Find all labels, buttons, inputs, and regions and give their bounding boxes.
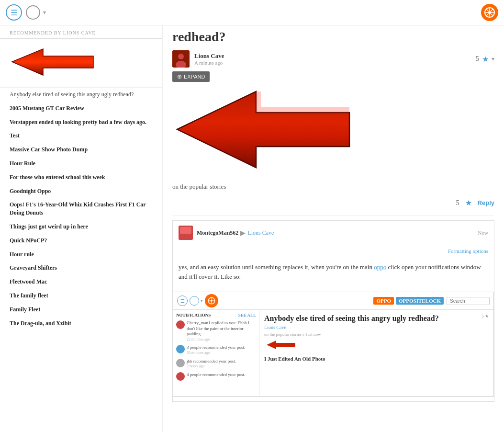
sidebar-item-12[interactable]: Graveyard Shifters [0, 261, 162, 275]
sidebar: RECOMMENDED BY LIONS CAVE Anybody else t… [0, 25, 163, 432]
inner-notif-avatar-1 [176, 345, 185, 353]
sidebar-item-5[interactable]: Hour Rule [0, 157, 162, 171]
sidebar-item-2[interactable]: Verstappen ended up looking pretty bad a… [0, 115, 162, 129]
sidebar-item-10[interactable]: Quick NPoCP? [0, 234, 162, 248]
top-nav-bar: ☰ ▾ [0, 0, 504, 25]
inner-notif-item-1: 3 people recommended your post. 55 minut… [176, 345, 256, 355]
sidebar-item-3[interactable]: Test [0, 129, 162, 143]
inner-notif-content-1: 3 people recommended your post. 55 minut… [187, 345, 245, 355]
expand-button[interactable]: EXPAND [172, 71, 210, 82]
formatting-options-button[interactable]: Formatting options [442, 245, 494, 257]
big-red-arrow-svg [172, 88, 359, 171]
sidebar-item-0[interactable]: Anybody else tired of seeing this angry … [0, 88, 162, 102]
sidebar-item-4[interactable]: Massive Car Show Photo Dump [0, 143, 162, 157]
notifications-icon[interactable] [26, 5, 40, 20]
reply-block: MontegoMan562 ▶ Lions Cave Now Formattin… [172, 220, 494, 402]
inner-notif-header: NOTIFICATIONS SEE ALL [176, 313, 256, 318]
comment-footer: 5 ★ Reply [172, 198, 494, 207]
recommended-label: RECOMMENDED BY LIONS CAVE [0, 25, 162, 39]
inner-search-input[interactable] [447, 297, 490, 305]
oppo-wheel-icon[interactable] [481, 4, 498, 21]
inner-wheel-svg [207, 296, 216, 305]
comment-header: Lions Cave A minute ago 5 ★ ▾ [172, 50, 494, 68]
inner-oppo-logo: OPPO OPPOSITELOCK [373, 297, 444, 305]
inner-see-all-button[interactable]: SEE ALL [238, 313, 256, 318]
inner-wheel-icon [205, 294, 218, 307]
inner-menu-icon: ☰ [177, 296, 188, 306]
sidebar-item-9[interactable]: Things just got weird up in here [0, 220, 162, 234]
svg-line-7 [491, 14, 493, 16]
svg-line-9 [486, 14, 489, 16]
reply-avatar-svg [179, 226, 193, 240]
inner-notif-circle [190, 296, 199, 306]
inner-body: NOTIFICATIONS SEE ALL Cherry_man1 replie… [173, 310, 493, 396]
wheel-svg [484, 7, 495, 18]
star-icon[interactable]: ★ [482, 55, 489, 64]
nav-dropdown-arrow[interactable]: ▾ [43, 9, 46, 16]
big-arrow-container [172, 88, 494, 173]
svg-marker-15 [256, 91, 349, 113]
sidebar-item-8[interactable]: Oops! F1's 16-Year-Old Whiz Kid Crashes … [0, 198, 162, 220]
reply-to-user[interactable]: Lions Cave [247, 229, 274, 237]
svg-rect-17 [180, 227, 191, 234]
main-content-area: redhead? Lions Cave A minute ago 5 [163, 25, 504, 432]
inner-screenshot: ☰ ▾ OPPO [173, 292, 494, 397]
oppo-link[interactable]: oppo [374, 263, 386, 271]
comment-user-info: Lions Cave A minute ago [194, 52, 224, 66]
inner-small-arrow [264, 340, 489, 352]
sidebar-item-7[interactable]: Goodnight Oppo [0, 184, 162, 198]
inner-old-photo-link[interactable]: I Just Edited An Old Photo [264, 356, 489, 362]
svg-marker-14 [177, 91, 349, 168]
inner-article-panel: 5 ★ Anybody else tired of seeing this an… [259, 310, 493, 396]
page-title: redhead? [172, 25, 494, 50]
reply-avatar [179, 226, 193, 240]
popular-stories-text: on the popular stories [172, 183, 494, 191]
sidebar-item-16[interactable]: The Drag-ula, and Xzibit [0, 317, 162, 330]
inner-notif-item-3: 4 people recommended your post. [176, 372, 256, 381]
comment-rating: 5 ★ ▾ [476, 55, 494, 64]
reply-time: Now [478, 230, 488, 236]
svg-point-1 [488, 11, 491, 14]
inner-notif-content-2: jbh recommended your post. 2 hours ago [187, 359, 236, 369]
inner-notif-avatar-0 [176, 320, 185, 329]
sidebar-item-1[interactable]: 2005 Mustang GT Car Review [0, 102, 162, 115]
sidebar-item-13[interactable]: Fleetwood Mac [0, 275, 162, 289]
reply-direction-arrow: ▶ [240, 229, 246, 237]
comment-username[interactable]: Lions Cave [194, 52, 224, 60]
reply-username[interactable]: MontegoMan562 [197, 229, 238, 237]
footer-star-icon[interactable]: ★ [465, 198, 472, 207]
reply-body-container: Formatting options yes, and an easy solu… [173, 245, 494, 287]
small-red-arrow-svg [10, 46, 98, 78]
avatar-icon [172, 50, 190, 68]
sidebar-item-6[interactable]: For those who entered school this week [0, 171, 162, 184]
inner-dropdown-arrow: ▾ [201, 298, 203, 303]
comment-dropdown-arrow[interactable]: ▾ [492, 56, 494, 63]
comment-time: A minute ago [194, 60, 224, 66]
reply-button[interactable]: Reply [478, 199, 494, 206]
sidebar-item-14[interactable]: The family fleet [0, 289, 162, 303]
inner-notif-item-0: Cherry_man1 replied to you: Ehhh I don't… [176, 320, 256, 342]
inner-notif-content-3: 4 people recommended your post. [187, 372, 245, 381]
main-layout: RECOMMENDED BY LIONS CAVE Anybody else t… [0, 25, 504, 432]
inner-article-title: Anybody else tired of seeing this angry … [264, 314, 489, 323]
svg-marker-10 [12, 49, 93, 75]
svg-point-19 [211, 300, 213, 302]
inner-oppo-blue-text: OPPOSITELOCK [396, 297, 444, 305]
sidebar-arrow-image [0, 39, 162, 88]
sidebar-item-11[interactable]: Hour rule [0, 248, 162, 261]
menu-icon[interactable]: ☰ [6, 4, 22, 21]
comment-block-main: Lions Cave A minute ago 5 ★ ▾ EXPAND [172, 50, 494, 216]
inner-notif-avatar-3 [176, 372, 185, 381]
sidebar-posts-list: Anybody else tired of seeing this angry … [0, 88, 162, 330]
reply-header: MontegoMan562 ▶ Lions Cave Now [173, 221, 494, 245]
svg-marker-24 [267, 341, 295, 349]
svg-point-12 [178, 54, 184, 59]
inner-notif-label: NOTIFICATIONS [176, 313, 211, 318]
inner-article-popular: on the popular stories » Just now [264, 332, 489, 337]
inner-notif-item-2: jbh recommended your post. 2 hours ago [176, 359, 256, 369]
rating-number: 5 [476, 55, 479, 63]
sidebar-item-15[interactable]: Family Fleet [0, 303, 162, 317]
inner-article-rating: 5 ★ [482, 314, 489, 318]
inner-nav: ☰ ▾ OPPO [173, 292, 493, 310]
inner-oppo-orange-text: OPPO [373, 297, 394, 305]
